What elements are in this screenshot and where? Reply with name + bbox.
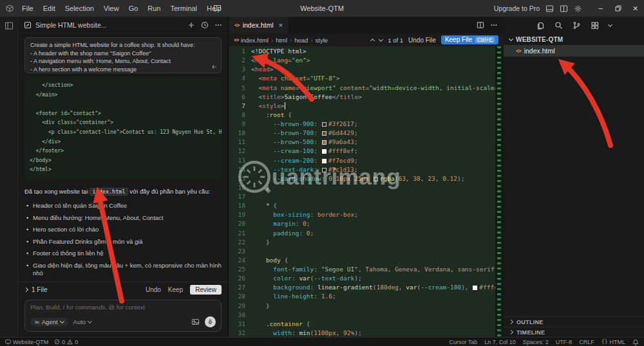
language-indicator[interactable]: {} HTML (601, 339, 625, 345)
color-swatch[interactable] (322, 159, 327, 163)
toggle-panel-icon[interactable] (545, 5, 554, 13)
code-line[interactable]: --brown-500: #9a6a43; (251, 138, 504, 147)
code-line[interactable]: margin: 0; (251, 219, 504, 228)
problems-indicator[interactable]: 0 0 (54, 339, 78, 345)
code-line[interactable]: <meta name="viewport" content="width=dev… (251, 84, 504, 93)
history-icon[interactable] (201, 21, 209, 29)
image-attach-icon[interactable] (191, 318, 200, 326)
code-line[interactable]: <head> (251, 65, 504, 74)
code-line[interactable]: } (251, 302, 504, 311)
code-line[interactable]: --brown-700: #6d4429; (251, 129, 504, 138)
more-icon[interactable] (214, 21, 222, 29)
breadcrumb-item-style[interactable]: style (316, 37, 328, 44)
model-selector[interactable]: Auto (73, 318, 92, 325)
gear-icon[interactable] (574, 5, 582, 13)
menu-view[interactable]: View (99, 3, 124, 14)
code-line[interactable]: :root { (251, 111, 504, 120)
menu-selection[interactable]: Selection (61, 3, 99, 14)
new-chat-icon[interactable] (187, 21, 195, 29)
menu-edit[interactable]: Edit (39, 3, 60, 14)
status-item-cursor-tab[interactable]: Cursor Tab (449, 339, 477, 345)
code-line[interactable]: padding: 0; (251, 229, 504, 238)
split-editor-icon[interactable] (560, 5, 568, 13)
minimize-button[interactable]: – (592, 0, 609, 17)
more-icon[interactable] (490, 21, 498, 29)
status-item-utf-8[interactable]: UTF-8 (556, 339, 573, 345)
overview-ruler[interactable] (495, 46, 504, 337)
upgrade-to-pro-button[interactable]: Upgrade to Pro (494, 5, 540, 12)
code-line[interactable]: font-family: "Segoe UI", Tahoma, Geneva,… (251, 265, 504, 274)
close-button[interactable]: × (627, 0, 644, 17)
menu-file[interactable]: File (17, 3, 38, 14)
previous-change-icon[interactable] (370, 38, 375, 42)
color-swatch[interactable] (322, 140, 327, 145)
code-line[interactable]: <html lang="en"> (251, 56, 504, 65)
source-control-icon[interactable] (573, 21, 581, 30)
status-item-crlf[interactable]: CRLF (579, 339, 594, 345)
menu-terminal[interactable]: Terminal (166, 3, 202, 14)
code-line[interactable] (251, 192, 504, 201)
keep-button[interactable]: Keep (168, 286, 183, 293)
code-line[interactable]: } (251, 183, 504, 192)
code-line[interactable]: * { (251, 201, 504, 210)
timeline-section[interactable]: TIMELINE (504, 327, 644, 337)
explorer-file-index-html[interactable]: <> index.html (504, 45, 644, 57)
code-editor[interactable]: 1234567891011121314151617181920212223242… (229, 46, 504, 337)
status-item-spaces--2[interactable]: Spaces: 2 (523, 339, 549, 345)
code-line[interactable]: <title>Saigon Coffee</title> (251, 93, 504, 102)
workspace-indicator[interactable]: Website-QTM (5, 339, 48, 345)
next-change-icon[interactable] (379, 37, 383, 41)
breadcrumb-item-html[interactable]: html (276, 37, 287, 44)
split-editor-icon[interactable] (477, 21, 484, 29)
voice-input-button[interactable] (205, 316, 216, 327)
color-swatch[interactable] (322, 149, 327, 154)
code-line[interactable]: } (251, 238, 504, 247)
breadcrumb-item-head[interactable]: head (294, 37, 308, 44)
tab-index-html[interactable]: <> index.html × (229, 17, 289, 33)
code-line[interactable] (251, 311, 504, 320)
code-line[interactable]: width: min(1100px, 92%); (251, 329, 504, 337)
code-line[interactable]: line-height: 1.6; (251, 292, 504, 301)
undo-file-button[interactable]: Undo File (408, 37, 436, 44)
color-swatch[interactable] (322, 168, 327, 172)
close-tab-icon[interactable]: × (279, 21, 283, 29)
menu-go[interactable]: Go (124, 3, 143, 14)
search-icon[interactable] (554, 21, 563, 30)
panel-layout-icon[interactable] (5, 21, 14, 30)
chat-bubble-icon[interactable] (213, 4, 222, 12)
color-swatch[interactable] (322, 131, 327, 136)
color-swatch[interactable] (322, 122, 327, 127)
chat-input-box[interactable]: ∞ Agent Auto (24, 300, 222, 332)
code-line[interactable] (251, 247, 504, 256)
expand-prompt-icon[interactable] (211, 64, 218, 70)
undo-button[interactable]: Undo (146, 286, 161, 293)
status-item-ln-7--col-10[interactable]: Ln 7, Col 10 (484, 339, 516, 345)
code-line[interactable]: --card-shadow: 0 10px 25px rgba(63, 38, … (251, 174, 504, 183)
restore-button[interactable] (609, 0, 627, 17)
code-line[interactable]: .container { (251, 320, 504, 329)
code-line[interactable]: <style> (251, 102, 504, 111)
chevron-right-icon[interactable] (24, 287, 28, 292)
code-line[interactable]: <!DOCTYPE html> (251, 47, 504, 56)
breadcrumb-item-index-html[interactable]: <>index.html (234, 37, 269, 44)
notifications-bell-icon[interactable] (632, 339, 639, 345)
chat-input[interactable] (30, 304, 216, 311)
code-line[interactable]: <meta charset="UTF-8"> (251, 74, 504, 83)
extensions-icon[interactable] (591, 21, 599, 30)
explorer-files-icon[interactable] (536, 21, 545, 30)
review-button[interactable]: Review (190, 285, 222, 295)
code-line[interactable]: background: linear-gradient(180deg, var(… (251, 283, 504, 292)
code-line[interactable]: --brown-900: #3f2617; (251, 120, 504, 129)
chevron-down-icon[interactable] (607, 22, 612, 26)
chat-tab-title[interactable]: Simple HTML website... (35, 21, 106, 29)
outline-section[interactable]: OUTLINE (504, 316, 644, 327)
code-line[interactable]: --cream-200: #f7ecd9; (251, 156, 504, 165)
code-line[interactable]: body { (251, 256, 504, 265)
color-swatch[interactable] (473, 286, 477, 290)
code-line[interactable]: color: var(--text-dark); (251, 274, 504, 283)
explorer-root-folder[interactable]: WEBSITE-QTM (504, 33, 644, 45)
agent-mode-selector[interactable]: ∞ Agent (30, 318, 68, 326)
code-line[interactable]: --cream-100: #fff8ef; (251, 147, 504, 156)
menu-run[interactable]: Run (143, 3, 165, 14)
changed-files-count[interactable]: 1 File (32, 286, 47, 293)
